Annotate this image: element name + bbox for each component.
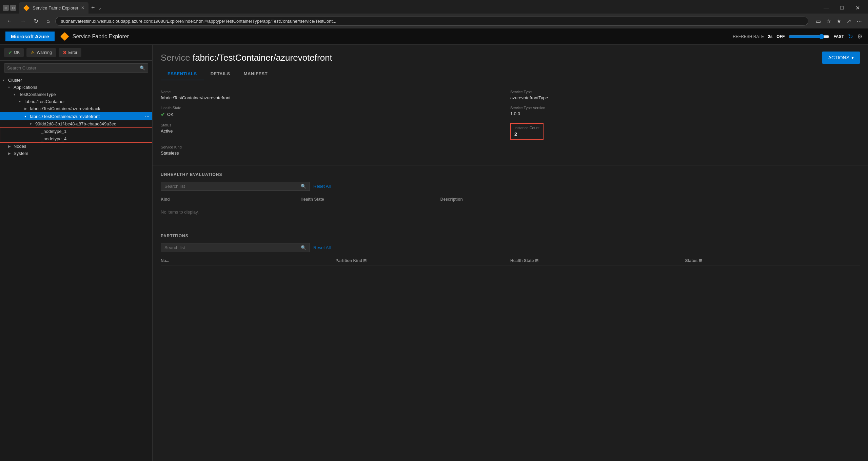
refresh-button[interactable]: ↻ (31, 17, 41, 26)
unhealthy-col-health: Health State (300, 197, 440, 202)
app-layout: Microsoft Azure 🔶 Service Fabric Explore… (0, 28, 868, 461)
partition-label: 99fdd2d8-3b1f-bc48-a87b-cbaac349a3ec (35, 121, 116, 126)
close-button[interactable]: ✕ (850, 1, 865, 15)
back-button[interactable]: ← (4, 17, 15, 25)
refresh-fast-label: FAST (833, 34, 844, 39)
tab-bar: ⊞ ⊟ 🔶 Service Fabric Explorer ✕ + ⌄ — □ … (0, 0, 868, 14)
nodes-expand-icon: ▶ (8, 144, 12, 148)
ok-label: OK (14, 50, 20, 55)
partitions-col-health: Health State ⊞ (510, 258, 685, 263)
search-cluster-input[interactable] (7, 65, 140, 71)
unhealthy-search-container: 🔍 (161, 182, 310, 191)
browser-toolbar: ← → ↻ ⌂ ▭ ☆ ★ ↗ ⋯ (0, 14, 868, 28)
tab-close-btn[interactable]: ✕ (81, 5, 84, 10)
header-right: REFRESH RATE 2s OFF FAST ↻ ⚙ (733, 33, 863, 40)
azurevoteback-expand-icon: ▶ (24, 107, 28, 111)
unhealthy-col-kind: Kind (161, 197, 300, 202)
service-keyword: Service (161, 53, 190, 63)
tree-item-cluster[interactable]: ▾ Cluster (0, 77, 152, 84)
name-label: Name (161, 90, 510, 94)
partitions-table-header: Na... Partition Kind ⊞ Health State ⊞ St… (161, 256, 860, 265)
unhealthy-search-input[interactable] (164, 184, 301, 189)
tab-details[interactable]: DETAILS (204, 68, 237, 80)
refresh-rate-value: 2s (768, 34, 772, 39)
window-controls: — □ ✕ (818, 1, 865, 15)
address-bar[interactable] (55, 17, 808, 26)
app-icon: 🔶 (60, 32, 69, 41)
testcontainertype-expand-icon: ▾ (14, 93, 18, 96)
service-type-label: Service Type (510, 90, 860, 94)
tree-item-azurevotefront[interactable]: ▾ fabric:/TestContainer/azurevotefront ·… (0, 112, 152, 120)
tree-item-nodes[interactable]: ▶ Nodes (0, 143, 152, 150)
actions-button[interactable]: ACTIONS ▾ (822, 52, 860, 64)
unhealthy-reset-all-button[interactable]: Reset All (313, 184, 331, 189)
new-tab-button[interactable]: + (88, 4, 98, 12)
tree-item-applications[interactable]: ▾ Applications (0, 84, 152, 91)
favorites-btn[interactable]: ★ (834, 17, 843, 26)
partitions-reset-all-button[interactable]: Reset All (313, 245, 331, 250)
share-btn[interactable]: ↗ (845, 17, 853, 26)
unhealthy-evaluations-section: UNHEALTHY EVALUATIONS 🔍 Reset All Kind H… (153, 165, 868, 227)
tab-panel-btn[interactable]: ▭ (814, 17, 823, 26)
tab-stack-icon[interactable]: ⊟ (10, 5, 16, 11)
partitions-section: PARTITIONS 🔍 Reset All Na... Partition K… (153, 227, 868, 272)
warning-status-button[interactable]: ⚠ Warning (26, 48, 56, 57)
system-expand-icon: ▶ (8, 152, 12, 155)
bookmark-btn[interactable]: ☆ (824, 17, 833, 26)
toolbar-actions: ▭ ☆ ★ ↗ ⋯ (814, 17, 864, 26)
error-status-button[interactable]: ✖ Error (59, 48, 82, 57)
tree-item-azurevoteback[interactable]: ▶ fabric:/TestContainer/azurevoteback (0, 105, 152, 112)
instance-count-box: Instance Count 2 (510, 123, 544, 140)
applications-expand-icon: ▾ (8, 85, 12, 89)
warning-icon: ⚠ (31, 50, 35, 55)
nodetype1-label: _nodetype_1 (41, 129, 66, 134)
tree-item-partition[interactable]: ▾ 99fdd2d8-3b1f-bc48-a87b-cbaac349a3ec (0, 120, 152, 127)
tree-item-fabric-testcontainer[interactable]: ▾ fabric:/TestContainer (0, 98, 152, 105)
essentials-grid: Name fabric:/TestContainer/azurevotefron… (153, 80, 868, 165)
settings-icon[interactable]: ⚙ (857, 33, 863, 40)
sidebar: ✔ OK ⚠ Warning ✖ Error 🔍 (0, 45, 153, 461)
refresh-rate-slider[interactable] (789, 34, 829, 39)
ok-status-button[interactable]: ✔ OK (4, 48, 24, 57)
app-title: Service Fabric Explorer (73, 34, 129, 40)
tab-list-button[interactable]: ⌄ (98, 5, 102, 11)
status-value: Active (161, 128, 510, 134)
tab-essentials[interactable]: ESSENTIALS (161, 68, 204, 80)
service-header: Service fabric:/TestContainer/azurevotef… (153, 45, 868, 68)
tree-item-testcontainertype[interactable]: ▾ TestContainerType (0, 91, 152, 98)
unhealthy-table-header: Kind Health State Description (161, 195, 860, 204)
service-kind-value: Stateless (161, 151, 510, 156)
partitions-search-row: 🔍 Reset All (161, 243, 860, 252)
cluster-label: Cluster (8, 78, 22, 83)
service-title: Service fabric:/TestContainer/azurevotef… (161, 53, 332, 63)
tab-history-icon[interactable]: ⊞ (3, 5, 9, 11)
azure-logo: Microsoft Azure (5, 32, 55, 41)
refresh-label: REFRESH RATE (733, 34, 764, 39)
tab-manifest[interactable]: MANIFEST (237, 68, 274, 80)
tree-item-nodetype-1[interactable]: _nodetype_1 (0, 127, 152, 135)
partitions-search-input[interactable] (164, 245, 301, 250)
essentials-service-type: Service Type azurevotefrontType (510, 87, 860, 103)
more-btn[interactable]: ⋯ (854, 17, 864, 26)
maximize-button[interactable]: □ (834, 1, 850, 15)
azurevotefront-more-icon[interactable]: ··· (145, 113, 150, 119)
tree-item-nodetype-4[interactable]: _nodetype_4 (0, 135, 152, 143)
partitions-search-icon: 🔍 (301, 245, 306, 250)
actions-chevron-icon: ▾ (851, 55, 854, 60)
partition-expand-icon: ▾ (30, 122, 34, 126)
system-label: System (14, 151, 28, 156)
instance-count-label: Instance Count (514, 126, 539, 130)
home-button[interactable]: ⌂ (44, 17, 53, 25)
health-ok-text: OK (167, 112, 174, 117)
azurevoteback-label: fabric:/TestContainer/azurevoteback (30, 106, 100, 111)
tree-item-system[interactable]: ▶ System (0, 150, 152, 157)
cluster-expand-icon: ▾ (3, 78, 7, 82)
tabs-bar: ESSENTIALS DETAILS MANIFEST (153, 68, 868, 80)
service-type-value: azurevotefrontType (510, 95, 860, 100)
refresh-icon[interactable]: ↻ (848, 33, 853, 40)
service-name-text: fabric:/TestContainer/azurevotefront (193, 53, 332, 63)
warning-label: Warning (37, 50, 52, 55)
forward-button[interactable]: → (18, 17, 28, 25)
active-browser-tab[interactable]: 🔶 Service Fabric Explorer ✕ (19, 2, 88, 14)
minimize-button[interactable]: — (818, 1, 834, 15)
